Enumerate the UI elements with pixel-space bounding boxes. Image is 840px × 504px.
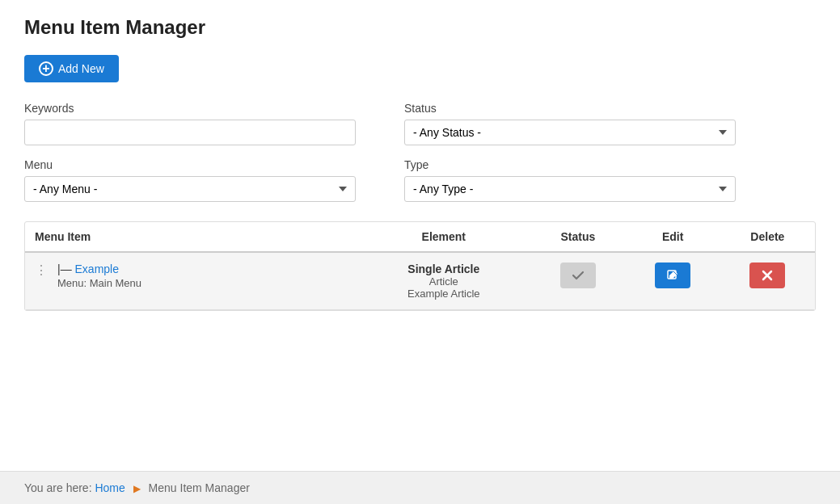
edit-button[interactable]: [655, 262, 690, 288]
menu-label: Menu: [24, 158, 356, 171]
x-icon: [761, 269, 774, 282]
add-new-button[interactable]: + Add New: [24, 55, 119, 82]
col-header-edit: Edit: [626, 222, 720, 252]
menu-filter: Menu - Any Menu - Main Menu User Menu: [24, 158, 356, 202]
menu-item-link[interactable]: Example: [75, 262, 119, 275]
status-label: Status: [404, 102, 736, 115]
delete-button[interactable]: [749, 262, 785, 288]
keywords-filter: Keywords: [24, 102, 356, 145]
edit-icon: [666, 269, 679, 282]
table-row: ⋮ |— Example Menu: Main Menu Single A: [25, 252, 815, 310]
menu-items-table: Menu Item Element Status Edit Delete ⋮ |: [24, 221, 816, 311]
element-line2: Article: [366, 275, 521, 288]
element-line3: Example Article: [366, 288, 521, 300]
status-toggle-button[interactable]: [560, 262, 596, 288]
col-header-element: Element: [357, 222, 530, 252]
col-header-menu-item: Menu Item: [25, 222, 357, 252]
status-select[interactable]: - Any Status - Published Unpublished Tra…: [404, 120, 736, 145]
menu-item-sub: Menu: Main Menu: [57, 277, 141, 289]
element-title: Single Article: [366, 262, 521, 275]
filters-section: Keywords Status - Any Status - Published…: [24, 102, 736, 202]
keywords-input[interactable]: [24, 120, 356, 145]
menu-item-prefix: |—: [57, 262, 72, 275]
delete-cell: [720, 252, 815, 310]
status-filter: Status - Any Status - Published Unpublis…: [404, 102, 736, 145]
menu-item-cell: ⋮ |— Example Menu: Main Menu: [25, 252, 357, 310]
menu-select[interactable]: - Any Menu - Main Menu User Menu: [24, 176, 356, 202]
type-select[interactable]: - Any Type - Single Article Category Blo…: [404, 176, 736, 202]
edit-cell: [626, 252, 720, 310]
keywords-label: Keywords: [24, 102, 356, 115]
element-cell: Single Article Article Example Article: [357, 252, 530, 310]
status-cell: [530, 252, 625, 310]
col-header-delete: Delete: [720, 222, 815, 252]
checkmark-icon: [572, 269, 585, 282]
page-title: Menu Item Manager: [24, 16, 816, 39]
col-header-status: Status: [530, 222, 625, 252]
drag-handle-icon[interactable]: ⋮: [35, 262, 54, 278]
plus-icon: +: [39, 61, 53, 76]
type-filter: Type - Any Type - Single Article Categor…: [404, 158, 736, 202]
type-label: Type: [404, 158, 736, 171]
